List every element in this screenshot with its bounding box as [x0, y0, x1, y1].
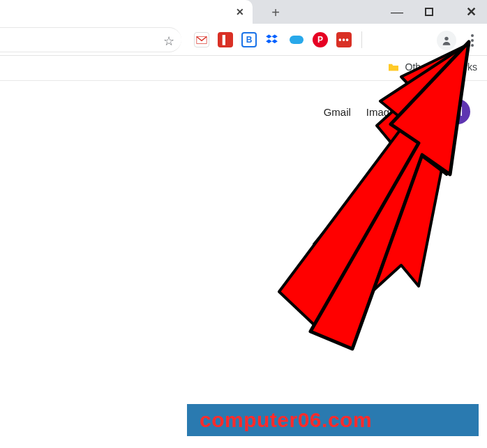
dropbox-extension-icon[interactable] — [265, 32, 280, 47]
window-minimize-button[interactable]: — — [381, 0, 413, 24]
window-maximize-button[interactable] — [413, 0, 445, 24]
dropbox-icon — [266, 33, 280, 46]
tab-close-button[interactable]: ✕ — [234, 6, 246, 18]
tab-strip: ✕ + — ✕ — [0, 0, 487, 24]
extensions-row: ▌ B P ••• — [194, 31, 364, 49]
bookmark-star-icon[interactable]: ☆ — [163, 33, 174, 49]
google-apps-button[interactable] — [416, 105, 430, 119]
pinterest-extension-icon[interactable]: P — [313, 32, 328, 47]
address-bar[interactable] — [0, 27, 181, 52]
envelope-icon — [195, 36, 208, 45]
red-extension-icon[interactable]: ▌ — [218, 32, 233, 47]
account-avatar[interactable]: M — [445, 99, 470, 124]
folder-icon — [387, 62, 400, 72]
profile-button[interactable] — [437, 31, 456, 50]
onedrive-extension-icon[interactable] — [289, 32, 304, 47]
cloud-icon — [290, 36, 304, 44]
svg-point-0 — [444, 37, 448, 40]
lastpass-extension-icon[interactable]: ••• — [336, 32, 352, 47]
dots-icon — [471, 34, 474, 37]
watermark-text: computer06.com — [200, 408, 372, 432]
person-icon — [441, 35, 452, 46]
active-tab[interactable] — [0, 0, 253, 24]
google-top-nav: Gmail Images M — [324, 99, 470, 124]
images-link[interactable]: Images — [366, 106, 400, 118]
page-content: Gmail Images M — [0, 81, 487, 402]
other-bookmarks-label: Oth arks — [405, 61, 477, 73]
extension-separator — [361, 31, 362, 48]
bookmarks-bar: Oth arks — [0, 56, 487, 81]
watermark-banner: computer06.com — [187, 404, 479, 436]
blue-badge-extension-icon[interactable]: B — [241, 32, 257, 47]
chrome-menu-button[interactable] — [463, 31, 481, 50]
new-tab-button[interactable]: + — [269, 6, 283, 20]
maximize-icon — [425, 8, 433, 16]
apps-grid-icon — [416, 105, 419, 107]
gmail-extension-icon[interactable] — [194, 32, 209, 47]
other-bookmarks-folder[interactable]: Oth arks — [387, 61, 477, 73]
browser-toolbar: ☆ ▌ B P ••• — [0, 24, 487, 56]
gmail-link[interactable]: Gmail — [324, 106, 351, 118]
window-close-button[interactable]: ✕ — [455, 0, 487, 24]
